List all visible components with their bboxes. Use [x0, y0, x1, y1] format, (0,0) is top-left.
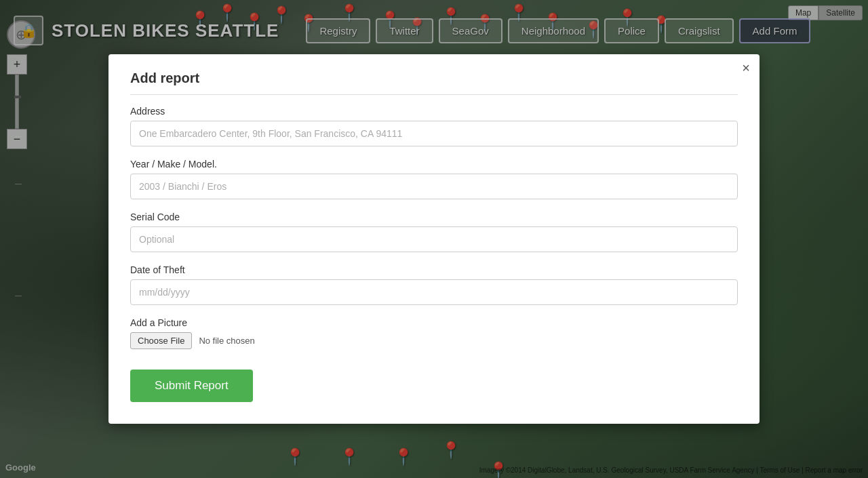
date-of-theft-input[interactable]: [130, 279, 738, 305]
modal-overlay: × Add report Address Year / Make / Model…: [0, 0, 868, 478]
add-picture-field-group: Add a Picture Choose File No file chosen: [130, 317, 738, 349]
date-of-theft-field-group: Date of Theft: [130, 264, 738, 305]
choose-file-button[interactable]: Choose File: [130, 332, 192, 349]
file-input-row: Choose File No file chosen: [130, 332, 738, 349]
modal-title: Add report: [130, 71, 738, 95]
year-make-model-field-group: Year / Make / Model.: [130, 159, 738, 199]
address-input[interactable]: [130, 121, 738, 146]
submit-report-button[interactable]: Submit Report: [130, 370, 253, 402]
address-field-group: Address: [130, 106, 738, 146]
date-of-theft-label: Date of Theft: [130, 264, 738, 275]
modal-close-button[interactable]: ×: [742, 61, 750, 75]
add-picture-label: Add a Picture: [130, 317, 738, 328]
modal-body: Add report Address Year / Make / Model. …: [108, 54, 760, 424]
serial-code-label: Serial Code: [130, 212, 738, 222]
no-file-chosen-text: No file chosen: [199, 336, 254, 346]
serial-code-input[interactable]: [130, 226, 738, 252]
add-report-modal: × Add report Address Year / Make / Model…: [108, 54, 760, 424]
serial-code-field-group: Serial Code: [130, 212, 738, 252]
year-make-model-input[interactable]: [130, 174, 738, 199]
address-label: Address: [130, 106, 738, 117]
year-make-model-label: Year / Make / Model.: [130, 159, 738, 170]
